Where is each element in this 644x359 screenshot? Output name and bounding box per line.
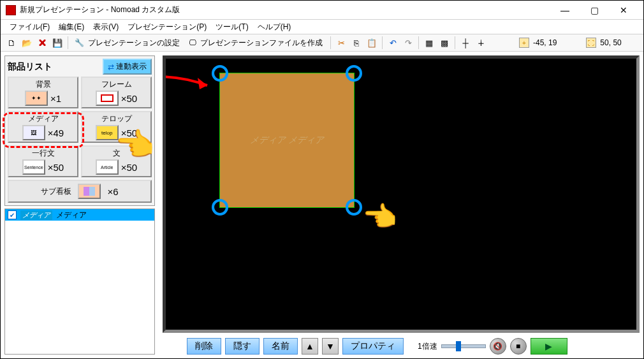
make-file-label: プレゼンテーションファイルを作成 (199, 38, 324, 48)
visibility-checkbox[interactable]: ✔ (8, 210, 17, 219)
part-label: フレーム (101, 79, 132, 90)
close-button[interactable]: ✕ (609, 1, 638, 20)
part-article[interactable]: 文 Article×50 (81, 145, 152, 177)
maximize-button[interactable]: ▢ (580, 1, 609, 20)
part-subboard[interactable]: サブ看板 ×6 (8, 180, 152, 203)
workspace: 部品リスト ⇄ 連動表示 背景 ✦✦×1 フレーム ×50 メディア 🖼×49 (1, 52, 643, 358)
close-file-icon[interactable]: 🗙 (35, 36, 49, 50)
zorder-up-button[interactable]: ▲ (302, 338, 318, 355)
svg-marker-0 (198, 78, 207, 89)
menu-view[interactable]: 表示(V) (89, 20, 122, 34)
screen-icon: 🖵 (189, 38, 196, 47)
resize-handle-top-left[interactable] (212, 65, 228, 82)
delete-button[interactable]: 削除 (187, 338, 221, 355)
subboard-icon (78, 184, 101, 199)
name-button[interactable]: 名前 (263, 338, 298, 355)
part-count: ×50 (121, 128, 137, 138)
object-row[interactable]: ✔ メディア メディア (5, 209, 154, 221)
undo-icon[interactable]: ↶ (386, 36, 400, 50)
frame-icon (96, 91, 119, 106)
part-telop[interactable]: テロップ telop×50 (81, 111, 152, 143)
article-icon: Article (96, 159, 119, 175)
menu-presentation[interactable]: プレゼンテーション(P) (124, 20, 210, 34)
window-title: 新規プレゼンテーション - Nomoad カスタム版 (20, 4, 550, 15)
part-label: サブ看板 (41, 186, 71, 197)
slider-thumb[interactable] (456, 341, 461, 351)
cut-icon[interactable]: ✂ (334, 36, 348, 50)
save-icon[interactable]: 💾 (50, 36, 64, 50)
part-label: メディア (28, 114, 59, 124)
size-icon: ⛶ (586, 38, 596, 48)
menu-bar: ファイル(F) 編集(E) 表示(V) プレゼンテーション(P) ツール(T) … (1, 20, 643, 34)
zorder-down-button[interactable]: ▼ (322, 338, 339, 355)
media-icon: 🖼 (22, 125, 45, 140)
crosshair-icon[interactable]: ┼ (458, 36, 472, 50)
resize-handle-bottom-left[interactable] (212, 199, 228, 216)
resize-handle-top-right[interactable] (346, 65, 362, 82)
minimize-button[interactable]: — (550, 1, 580, 20)
bottom-bar: 削除 隠す 名前 ▲ ▼ プロパティ 1倍速 🔇 ■ ▶ (163, 335, 640, 357)
telop-icon: telop (96, 125, 119, 140)
part-count: ×50 (121, 162, 137, 173)
wrench-icon: 🔧 (75, 38, 84, 47)
part-count: ×1 (50, 93, 61, 104)
part-count: ×50 (48, 162, 64, 173)
grid-icon[interactable]: ▦ (422, 36, 436, 50)
part-background[interactable]: 背景 ✦✦×1 (8, 77, 78, 108)
part-label: テロップ (101, 114, 132, 124)
crosshair-dot-icon[interactable]: ∔ (474, 36, 488, 50)
coord-position: + -45, 19 (516, 36, 561, 50)
left-pane: 部品リスト ⇄ 連動表示 背景 ✦✦×1 フレーム ×50 メディア 🖼×49 (1, 52, 159, 358)
part-media[interactable]: メディア 🖼×49 (8, 111, 78, 143)
coord-position-value: -45, 19 (532, 38, 558, 47)
part-label: 一行文 (32, 148, 55, 159)
position-icon: + (519, 38, 529, 48)
make-presentation-file-button[interactable]: 🖵 プレゼンテーションファイルを作成 (186, 36, 327, 50)
part-label: 文 (113, 148, 121, 159)
sentence-icon: Sentence (22, 159, 45, 175)
object-list[interactable]: ✔ メディア メディア (4, 209, 155, 355)
selected-media-object[interactable]: メディア メディア (219, 73, 355, 208)
part-count: ×6 (107, 186, 118, 197)
presentation-settings-label: プレゼンテーションの設定 (87, 38, 181, 48)
canvas[interactable]: メディア メディア 👈 (163, 55, 640, 333)
menu-edit[interactable]: 編集(E) (55, 20, 88, 34)
property-button[interactable]: プロパティ (342, 338, 404, 355)
menu-file[interactable]: ファイル(F) (6, 20, 54, 34)
background-icon: ✦✦ (25, 91, 48, 106)
title-bar: 新規プレゼンテーション - Nomoad カスタム版 — ▢ ✕ (1, 1, 643, 20)
play-button[interactable]: ▶ (531, 338, 567, 355)
grid-fine-icon[interactable]: ▩ (437, 36, 451, 50)
right-pane: メディア メディア 👈 削除 隠す 名前 ▲ ▼ プロパティ 1倍速 🔇 ■ ▶ (159, 52, 643, 358)
app-icon (6, 5, 16, 15)
menu-help[interactable]: ヘルプ(H) (254, 20, 295, 34)
resize-handle-bottom-right[interactable] (346, 199, 362, 216)
stop-button[interactable]: ■ (510, 338, 527, 355)
mute-button[interactable]: 🔇 (490, 338, 506, 355)
copy-icon[interactable]: ⎘ (349, 36, 363, 50)
object-name: メディア (56, 210, 87, 221)
selected-object-label: メディア メディア (250, 135, 324, 146)
speed-slider[interactable] (441, 344, 486, 348)
hide-button[interactable]: 隠す (225, 338, 260, 355)
presentation-settings-button[interactable]: 🔧 プレゼンテーションの設定 (71, 36, 184, 50)
menu-tool[interactable]: ツール(T) (212, 20, 252, 34)
part-count: ×50 (121, 93, 137, 104)
pointer-hand-icon: 👈 (362, 200, 397, 233)
redo-icon[interactable]: ↷ (401, 36, 415, 50)
link-icon: ⇄ (108, 62, 114, 71)
open-icon[interactable]: 📂 (20, 36, 34, 50)
linked-display-button[interactable]: ⇄ 連動表示 (103, 59, 152, 75)
parts-header: 部品リスト (8, 61, 52, 73)
coord-size-value: 50, 50 (599, 38, 622, 47)
part-label: 背景 (36, 79, 51, 90)
coord-size: ⛶ 50, 50 (583, 36, 626, 50)
part-count: ×49 (48, 128, 64, 138)
object-type: メディア (20, 210, 52, 220)
new-icon[interactable]: 🗋 (4, 36, 18, 50)
toolbar: 🗋 📂 🗙 💾 🔧 プレゼンテーションの設定 🖵 プレゼンテーションファイルを作… (1, 34, 643, 52)
part-frame[interactable]: フレーム ×50 (81, 77, 152, 108)
part-sentence[interactable]: 一行文 Sentence×50 (8, 145, 78, 177)
paste-icon[interactable]: 📋 (365, 36, 379, 50)
speed-label: 1倍速 (418, 341, 437, 352)
